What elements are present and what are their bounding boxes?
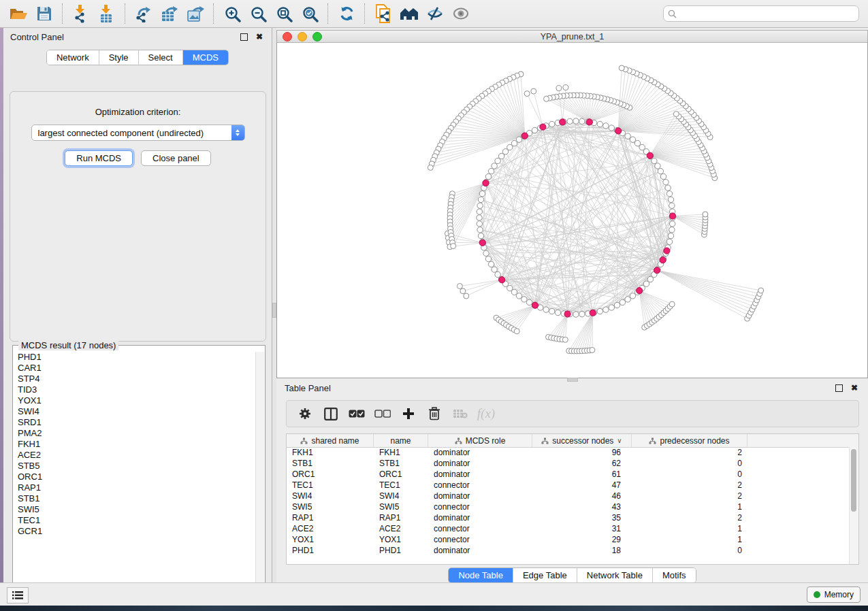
apply-function-button: f(x)	[475, 403, 498, 424]
close-table-panel-button[interactable]: ✖	[849, 382, 860, 393]
close-panel-button[interactable]: ✖	[254, 31, 265, 42]
delete-row-button[interactable]	[423, 403, 446, 424]
search-box	[663, 5, 859, 22]
table-toolbar: f(x)	[286, 400, 859, 427]
select-all-checkboxes-button[interactable]	[345, 403, 368, 424]
zoom-out-button[interactable]	[245, 2, 271, 25]
cell-mcds-role: dominator	[428, 447, 532, 458]
settings-gear-button[interactable]	[293, 403, 317, 424]
mcds-tab-content: Optimization criterion: largest connecte…	[10, 91, 266, 342]
save-session-button[interactable]	[31, 2, 57, 25]
table-row-orc1[interactable]: ORC1ORC1dominator610	[287, 469, 850, 480]
mcds-result-item[interactable]: GCR1	[14, 526, 256, 537]
mcds-result-item[interactable]: CAR1	[14, 363, 256, 374]
mcds-result-item[interactable]: STB1	[14, 493, 256, 504]
table-row-phd1[interactable]: PHD1PHD1dominator180	[287, 545, 850, 556]
column-header-predecessor-nodes[interactable]: predecessor nodes	[632, 434, 748, 447]
share-document-button[interactable]	[370, 2, 396, 25]
tab-style[interactable]: Style	[99, 50, 139, 65]
mcds-result-item[interactable]: FKH1	[14, 439, 256, 450]
column-header-successor-nodes[interactable]: successor nodes∨	[532, 434, 632, 447]
mcds-result-scrollbar[interactable]	[255, 352, 264, 598]
mcds-result-item[interactable]: ACE2	[14, 450, 256, 461]
mcds-result-item[interactable]: STB5	[14, 461, 256, 472]
save-session-icon	[36, 5, 52, 22]
mcds-result-item[interactable]: TID3	[14, 384, 256, 395]
zoom-in-button[interactable]	[219, 2, 245, 25]
tab-node-table[interactable]: Node Table	[449, 568, 513, 582]
mcds-result-item[interactable]: SRD1	[14, 417, 256, 428]
toolbar-separator	[327, 3, 329, 24]
table-row-tec1[interactable]: TEC1TEC1connector472	[287, 480, 850, 491]
mcds-result-item[interactable]: TEC1	[14, 515, 256, 526]
horizontal-splitter-handle[interactable]	[567, 378, 578, 382]
table-row-stb1[interactable]: STB1STB1dominator620	[287, 458, 850, 469]
toolbar-separator	[364, 3, 366, 24]
export-image-button[interactable]	[182, 2, 208, 25]
search-input[interactable]	[680, 8, 854, 19]
optimization-criterion-select[interactable]: largest connected component (undirected)	[31, 125, 245, 141]
zoom-selected-button[interactable]	[297, 2, 323, 25]
network-canvas[interactable]	[276, 43, 868, 378]
column-header-mcds-role[interactable]: MCDS role	[428, 434, 532, 447]
mcds-result-item[interactable]: PMA2	[14, 428, 256, 439]
column-header-shared-name[interactable]: shared name	[287, 434, 374, 447]
export-network-button[interactable]	[131, 2, 157, 25]
mcds-result-item[interactable]: SWI5	[14, 504, 256, 515]
mcds-result-item[interactable]: ORC1	[14, 472, 256, 482]
network-window-titlebar: YPA_prune.txt_1	[276, 30, 868, 43]
import-table-button[interactable]	[94, 2, 120, 25]
cell-name: ORC1	[374, 469, 428, 480]
panel-menu-button[interactable]	[7, 587, 29, 604]
cell-shared-name: PHD1	[287, 545, 374, 556]
table-row-rap1[interactable]: RAP1RAP1dominator352	[287, 512, 850, 523]
cell-shared-name: RAP1	[287, 512, 374, 523]
deselect-all-checkboxes-button[interactable]	[371, 403, 394, 424]
table-panel: Table Panel ✖ f(x) shared namenameMCDS r…	[276, 379, 868, 582]
table-row-fkh1[interactable]: FKH1FKH1dominator962	[287, 447, 850, 458]
table-scrollbar[interactable]	[849, 447, 858, 564]
table-row-swi4[interactable]: SWI4SWI4dominator462	[287, 491, 850, 501]
column-header-name[interactable]: name	[374, 434, 428, 447]
mcds-result-item[interactable]: YOX1	[14, 395, 256, 406]
eye-button[interactable]	[448, 2, 474, 25]
mcds-result-item[interactable]: PHD1	[14, 352, 256, 363]
table-row-swi5[interactable]: SWI5SWI5connector431	[287, 501, 850, 512]
cell-predecessor-nodes: 0	[632, 469, 748, 480]
tab-motifs[interactable]: Motifs	[653, 568, 696, 582]
table-scrollbar-thumb[interactable]	[851, 449, 856, 512]
table-row-yox1[interactable]: YOX1YOX1connector291	[287, 534, 850, 545]
toolbar-icon-group	[5, 2, 474, 25]
mcds-result-item[interactable]: RAP1	[14, 482, 256, 493]
node-table-body: FKH1FKH1dominator962STB1STB1dominator620…	[287, 447, 850, 564]
tab-network-table[interactable]: Network Table	[577, 568, 653, 582]
export-table-button[interactable]	[157, 2, 182, 25]
application-window: Control Panel ✖ NetworkStyleSelectMCDS O…	[0, 0, 868, 611]
import-network-button[interactable]	[68, 2, 94, 25]
close-panel-action-button[interactable]: Close panel	[141, 150, 211, 166]
show-columns-icon	[324, 408, 338, 420]
refresh-button[interactable]	[334, 2, 359, 25]
mcds-result-item[interactable]: STP4	[14, 374, 256, 384]
column-header-empty	[748, 434, 858, 447]
dropdown-stepper-icon	[231, 125, 244, 140]
table-row-ace2[interactable]: ACE2ACE2connector311	[287, 523, 850, 534]
add-row-button[interactable]	[397, 403, 420, 424]
column-type-icon	[455, 437, 462, 444]
show-columns-button[interactable]	[319, 403, 342, 424]
tab-edge-table[interactable]: Edge Table	[513, 568, 577, 582]
tab-network[interactable]: Network	[47, 50, 99, 65]
table-toolbar-icons	[293, 403, 472, 424]
eye-slash-button[interactable]	[422, 2, 448, 25]
mcds-result-item[interactable]: SWI4	[14, 406, 256, 417]
run-mcds-button[interactable]: Run MCDS	[65, 150, 133, 166]
tab-mcds[interactable]: MCDS	[183, 50, 228, 65]
float-table-panel-button[interactable]	[833, 382, 844, 393]
float-panel-button[interactable]	[238, 31, 249, 42]
table-tabbar: Node TableEdge TableNetwork TableMotifs	[448, 567, 696, 583]
tab-select[interactable]: Select	[139, 50, 183, 65]
open-session-button[interactable]	[5, 2, 31, 25]
houses-button[interactable]	[396, 2, 422, 25]
zoom-fit-button[interactable]	[271, 2, 297, 25]
memory-button[interactable]: Memory	[807, 587, 861, 603]
